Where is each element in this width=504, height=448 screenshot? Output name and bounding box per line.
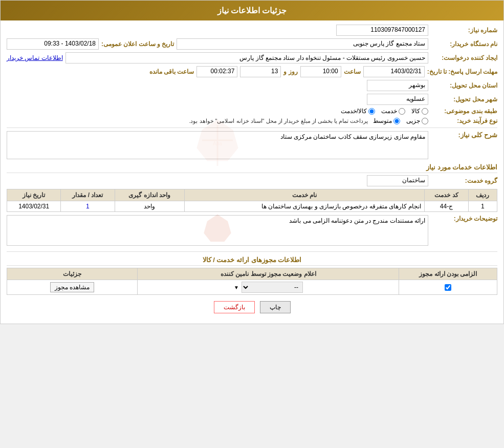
- deadline-time: 10:00: [300, 66, 341, 77]
- category-khedmat: خدمت: [381, 108, 405, 115]
- deadline-countdown: 00:02:37: [196, 66, 237, 77]
- delivery-city-label: شهر محل تحویل:: [431, 96, 497, 103]
- row-service-name: انجام کارهای متفرقه درخصوص بازسازی و بهس…: [184, 201, 424, 212]
- th-num: ردیف: [468, 189, 497, 201]
- buyer-notes-section: توضیحات خریدار: ارائه مستندات مندرج در م…: [7, 215, 497, 247]
- th-license-details: جزئیات: [7, 268, 138, 280]
- purchase-type-note: پرداخت تمام یا بخشی از مبلغ خریدار از مح…: [189, 118, 368, 124]
- th-license-status: اعلام وضعیت مجوز توسط نامین کننده: [138, 268, 399, 280]
- row-qty: 1: [61, 201, 115, 212]
- deadline-time-label: ساعت: [344, 68, 361, 75]
- page-title: جزئیات اطلاعات نیاز: [217, 6, 287, 15]
- purchase-type-radio-group: جزیی متوسط: [373, 117, 428, 124]
- th-name: نام خدمت: [184, 189, 424, 201]
- license-table: الزامی بودن ارائه مجوز اعلام وضعیت مجوز …: [7, 268, 497, 295]
- th-code: کد خدمت: [425, 189, 469, 201]
- license-section-label: اطلاعات مجوزهای ارائه خدمت / کالا: [7, 256, 497, 266]
- city-row: شهر محل تحویل: عسلویه: [7, 94, 497, 105]
- request-number-row: شماره نیاز: 1103097847000127: [7, 25, 497, 36]
- deadline-days: 13: [240, 66, 281, 77]
- category-label: طبقه بندی موضوعی:: [431, 108, 497, 115]
- category-kala-khedmat-radio[interactable]: [368, 108, 375, 115]
- action-buttons-row: چاپ بازگشت: [7, 301, 497, 313]
- services-table: ردیف کد خدمت نام خدمت واحد اندازه گیری ت…: [7, 189, 497, 212]
- purchase-type-jozi-radio[interactable]: [422, 118, 428, 124]
- category-radio-group: کالا خدمت کالا/خدمت: [341, 108, 428, 115]
- chevron-down-icon: ▼: [234, 285, 239, 290]
- category-khedmat-radio[interactable]: [399, 108, 405, 115]
- deadline-date: 1403/02/31: [363, 66, 425, 77]
- purchase-type-label: نوع فرآیند خرید:: [431, 117, 497, 124]
- general-desc-label: شرح کلی نیاز:: [431, 131, 497, 140]
- row-unit: واحد: [115, 201, 184, 212]
- category-kala-radio[interactable]: [422, 108, 428, 115]
- creator-value: حسین خسروی رئیس مستقلات - مسئول تنخواه د…: [65, 52, 428, 63]
- response-deadline-label: مهلت ارسال پاسخ: تا تاریخ:: [427, 68, 497, 75]
- view-license-button[interactable]: مشاهده مجوز: [50, 282, 94, 292]
- request-number-value: 1103097847000127: [336, 25, 428, 36]
- row-code: ج-44: [425, 201, 469, 212]
- th-qty: تعداد / مقدار: [61, 189, 115, 201]
- content-area: شماره نیاز: 1103097847000127 نام دستگاه …: [1, 20, 503, 324]
- page-header: جزئیات اطلاعات نیاز: [1, 1, 503, 20]
- general-desc-textarea[interactable]: مقاوم سازی زیرسازی سقف کاذب ساختمان مرکز…: [7, 131, 428, 159]
- delivery-province: بوشهر: [367, 80, 428, 91]
- purchase-type-row: نوع فرآیند خرید: جزیی متوسط پرداخت تمام …: [7, 117, 497, 124]
- announce-date-value: 1403/02/18 - 09:33: [7, 38, 99, 50]
- services-info-label: اطلاعات خدمات مورد نیاز: [7, 163, 497, 173]
- row-num: 1: [468, 201, 497, 212]
- buyer-notes-label: توضیحات خریدار:: [431, 215, 497, 222]
- th-license-required: الزامی بودن ارائه مجوز: [399, 268, 497, 280]
- license-status-select[interactable]: --: [242, 282, 303, 293]
- delivery-city: عسلویه: [367, 94, 428, 105]
- province-row: استان محل تحویل: بوشهر: [7, 80, 497, 91]
- general-desc-row: شرح کلی نیاز: Ana مقاوم سازی زیرسازی سقف…: [7, 131, 497, 159]
- purchase-type-motavasset-radio[interactable]: [393, 118, 400, 124]
- print-button[interactable]: چاپ: [260, 301, 291, 313]
- page-wrapper: جزئیات اطلاعات نیاز شماره نیاز: 11030978…: [0, 0, 504, 324]
- deadline-countdown-label: ساعت باقی مانده: [149, 68, 194, 75]
- license-table-row: -- ▼ مشاهده مجوز: [7, 280, 497, 295]
- org-label: نام دستگاه خریدار:: [431, 40, 497, 48]
- contact-link[interactable]: اطلاعات تماس خریدار: [7, 54, 63, 61]
- deadline-day-label: روز و: [283, 68, 297, 75]
- th-unit: واحد اندازه گیری: [115, 189, 184, 201]
- creator-row: ایجاد کننده درخواست: حسین خسروی رئیس مست…: [7, 52, 497, 63]
- th-date: تاریخ نیاز: [7, 189, 61, 201]
- org-value: ستاد مجتمع گاز پارس جنوبی: [177, 38, 428, 50]
- category-row: طبقه بندی موضوعی: کالا خدمت کالا/خدمت: [7, 108, 497, 115]
- row-date: 1403/02/31: [7, 201, 61, 212]
- service-group-label: گروه خدمت:: [431, 177, 497, 184]
- back-button[interactable]: بازگشت: [214, 301, 255, 313]
- delivery-province-label: استان محل تحویل:: [431, 82, 497, 89]
- license-required-cell: [399, 280, 497, 295]
- license-required-checkbox[interactable]: [445, 284, 451, 291]
- org-announce-row: نام دستگاه خریدار: ستاد مجتمع گاز پارس ج…: [7, 38, 497, 50]
- purchase-type-motavasset: متوسط: [373, 117, 400, 124]
- service-group-row: گروه خدمت: ساختمان: [7, 175, 497, 186]
- service-group-value: ساختمان: [367, 175, 428, 186]
- category-kala-khedmat: کالا/خدمت: [341, 108, 375, 115]
- announce-date-label: تاریخ و ساعت اعلان عمومی:: [101, 40, 174, 48]
- category-kala: کالا: [411, 108, 428, 115]
- creator-label: ایجاد کننده درخواست:: [431, 54, 497, 61]
- table-row: 1 ج-44 انجام کارهای متفرقه درخصوص بازساز…: [7, 201, 497, 212]
- license-status-cell: -- ▼: [138, 280, 399, 295]
- buyer-notes-textarea[interactable]: ارائه مستندات مندرج در متن دعوتنامه الزا…: [7, 215, 428, 246]
- request-number-label: شماره نیاز:: [431, 27, 497, 34]
- purchase-type-jozi: جزیی: [406, 117, 428, 124]
- license-details-cell: مشاهده مجوز: [7, 280, 138, 295]
- deadline-row: مهلت ارسال پاسخ: تا تاریخ: 1403/02/31 سا…: [7, 66, 497, 77]
